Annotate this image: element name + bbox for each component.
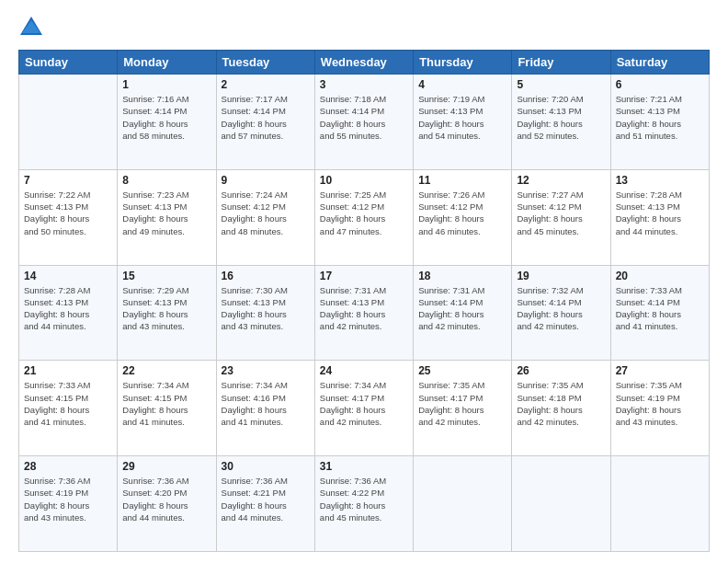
calendar-cell: 27Sunrise: 7:35 AM Sunset: 4:19 PM Dayli… <box>610 361 709 456</box>
calendar-cell <box>19 75 118 170</box>
day-number: 24 <box>320 364 408 377</box>
day-number: 27 <box>616 364 704 377</box>
day-info: Sunrise: 7:23 AM Sunset: 4:13 PM Dayligh… <box>122 189 210 237</box>
weekday-header-monday: Monday <box>118 51 216 75</box>
day-info: Sunrise: 7:30 AM Sunset: 4:13 PM Dayligh… <box>222 284 310 333</box>
day-number: 22 <box>122 364 210 377</box>
day-info: Sunrise: 7:35 AM Sunset: 4:18 PM Dayligh… <box>517 379 605 428</box>
weekday-header-thursday: Thursday <box>414 51 512 75</box>
day-info: Sunrise: 7:16 AM Sunset: 4:14 PM Dayligh… <box>122 93 210 142</box>
weekday-header-friday: Friday <box>512 51 610 75</box>
calendar-cell: 20Sunrise: 7:33 AM Sunset: 4:14 PM Dayli… <box>610 265 709 361</box>
calendar-cell: 30Sunrise: 7:36 AM Sunset: 4:21 PM Dayli… <box>216 456 314 552</box>
calendar-cell: 18Sunrise: 7:31 AM Sunset: 4:14 PM Dayli… <box>414 265 512 361</box>
day-number: 16 <box>222 270 310 282</box>
day-number: 19 <box>517 270 605 282</box>
day-info: Sunrise: 7:24 AM Sunset: 4:12 PM Dayligh… <box>222 189 310 237</box>
calendar-cell: 19Sunrise: 7:32 AM Sunset: 4:14 PM Dayli… <box>512 265 610 361</box>
weekday-header-row: SundayMondayTuesdayWednesdayThursdayFrid… <box>19 51 710 75</box>
day-number: 11 <box>418 174 506 187</box>
day-number: 5 <box>517 78 605 91</box>
day-info: Sunrise: 7:20 AM Sunset: 4:13 PM Dayligh… <box>517 93 605 142</box>
day-info: Sunrise: 7:21 AM Sunset: 4:13 PM Dayligh… <box>616 93 704 142</box>
day-info: Sunrise: 7:36 AM Sunset: 4:20 PM Dayligh… <box>122 475 210 523</box>
calendar-cell: 14Sunrise: 7:28 AM Sunset: 4:13 PM Dayli… <box>19 265 118 361</box>
day-info: Sunrise: 7:29 AM Sunset: 4:13 PM Dayligh… <box>122 284 210 333</box>
calendar-week-row: 14Sunrise: 7:28 AM Sunset: 4:13 PM Dayli… <box>19 265 710 361</box>
day-number: 9 <box>222 174 310 187</box>
day-number: 8 <box>122 174 210 187</box>
day-info: Sunrise: 7:35 AM Sunset: 4:17 PM Dayligh… <box>418 379 506 428</box>
calendar-cell: 1Sunrise: 7:16 AM Sunset: 4:14 PM Daylig… <box>118 75 216 170</box>
calendar-cell: 22Sunrise: 7:34 AM Sunset: 4:15 PM Dayli… <box>118 361 216 456</box>
calendar-cell: 7Sunrise: 7:22 AM Sunset: 4:13 PM Daylig… <box>19 169 118 265</box>
day-info: Sunrise: 7:36 AM Sunset: 4:22 PM Dayligh… <box>320 475 408 523</box>
calendar-cell: 12Sunrise: 7:27 AM Sunset: 4:12 PM Dayli… <box>512 169 610 265</box>
header <box>18 15 710 40</box>
day-info: Sunrise: 7:36 AM Sunset: 4:19 PM Dayligh… <box>24 475 112 523</box>
day-info: Sunrise: 7:33 AM Sunset: 4:15 PM Dayligh… <box>24 379 112 428</box>
calendar-table: SundayMondayTuesdayWednesdayThursdayFrid… <box>18 50 710 552</box>
calendar-cell: 26Sunrise: 7:35 AM Sunset: 4:18 PM Dayli… <box>512 361 610 456</box>
logo <box>18 15 48 40</box>
calendar-cell: 5Sunrise: 7:20 AM Sunset: 4:13 PM Daylig… <box>512 75 610 170</box>
day-info: Sunrise: 7:31 AM Sunset: 4:14 PM Dayligh… <box>418 284 506 333</box>
day-info: Sunrise: 7:34 AM Sunset: 4:16 PM Dayligh… <box>222 379 310 428</box>
day-info: Sunrise: 7:31 AM Sunset: 4:13 PM Dayligh… <box>320 284 408 333</box>
weekday-header-wednesday: Wednesday <box>314 51 413 75</box>
calendar-cell: 21Sunrise: 7:33 AM Sunset: 4:15 PM Dayli… <box>19 361 118 456</box>
calendar-cell: 23Sunrise: 7:34 AM Sunset: 4:16 PM Dayli… <box>216 361 314 456</box>
day-number: 10 <box>320 174 408 187</box>
calendar-cell: 28Sunrise: 7:36 AM Sunset: 4:19 PM Dayli… <box>19 456 118 552</box>
svg-marker-1 <box>22 20 40 33</box>
day-number: 29 <box>122 460 210 473</box>
day-info: Sunrise: 7:18 AM Sunset: 4:14 PM Dayligh… <box>320 93 408 142</box>
day-info: Sunrise: 7:32 AM Sunset: 4:14 PM Dayligh… <box>517 284 605 333</box>
day-number: 30 <box>222 460 310 473</box>
calendar-week-row: 21Sunrise: 7:33 AM Sunset: 4:15 PM Dayli… <box>19 361 710 456</box>
calendar-week-row: 1Sunrise: 7:16 AM Sunset: 4:14 PM Daylig… <box>19 75 710 170</box>
calendar-cell: 9Sunrise: 7:24 AM Sunset: 4:12 PM Daylig… <box>216 169 314 265</box>
day-number: 25 <box>418 364 506 377</box>
weekday-header-saturday: Saturday <box>610 51 709 75</box>
calendar-cell: 16Sunrise: 7:30 AM Sunset: 4:13 PM Dayli… <box>216 265 314 361</box>
calendar-week-row: 28Sunrise: 7:36 AM Sunset: 4:19 PM Dayli… <box>19 456 710 552</box>
page: SundayMondayTuesdayWednesdayThursdayFrid… <box>0 0 728 563</box>
day-info: Sunrise: 7:28 AM Sunset: 4:13 PM Dayligh… <box>616 189 704 237</box>
day-number: 1 <box>122 78 210 91</box>
day-number: 12 <box>517 174 605 187</box>
day-info: Sunrise: 7:33 AM Sunset: 4:14 PM Dayligh… <box>616 284 704 333</box>
day-info: Sunrise: 7:25 AM Sunset: 4:12 PM Dayligh… <box>320 189 408 237</box>
calendar-cell: 15Sunrise: 7:29 AM Sunset: 4:13 PM Dayli… <box>118 265 216 361</box>
calendar-cell: 25Sunrise: 7:35 AM Sunset: 4:17 PM Dayli… <box>414 361 512 456</box>
calendar-cell: 24Sunrise: 7:34 AM Sunset: 4:17 PM Dayli… <box>314 361 413 456</box>
calendar-cell: 2Sunrise: 7:17 AM Sunset: 4:14 PM Daylig… <box>216 75 314 170</box>
day-info: Sunrise: 7:26 AM Sunset: 4:12 PM Dayligh… <box>418 189 506 237</box>
day-number: 26 <box>517 364 605 377</box>
day-number: 31 <box>320 460 408 473</box>
day-number: 14 <box>24 270 112 282</box>
calendar-cell <box>610 456 709 552</box>
day-info: Sunrise: 7:34 AM Sunset: 4:17 PM Dayligh… <box>320 379 408 428</box>
day-number: 15 <box>122 270 210 282</box>
day-number: 3 <box>320 78 408 91</box>
day-info: Sunrise: 7:19 AM Sunset: 4:13 PM Dayligh… <box>418 93 506 142</box>
day-info: Sunrise: 7:22 AM Sunset: 4:13 PM Dayligh… <box>24 189 112 237</box>
calendar-cell: 13Sunrise: 7:28 AM Sunset: 4:13 PM Dayli… <box>610 169 709 265</box>
day-number: 18 <box>418 270 506 282</box>
day-number: 4 <box>418 78 506 91</box>
calendar-cell: 29Sunrise: 7:36 AM Sunset: 4:20 PM Dayli… <box>118 456 216 552</box>
calendar-cell: 11Sunrise: 7:26 AM Sunset: 4:12 PM Dayli… <box>414 169 512 265</box>
day-number: 7 <box>24 174 112 187</box>
calendar-cell <box>414 456 512 552</box>
day-info: Sunrise: 7:17 AM Sunset: 4:14 PM Dayligh… <box>222 93 310 142</box>
calendar-week-row: 7Sunrise: 7:22 AM Sunset: 4:13 PM Daylig… <box>19 169 710 265</box>
day-number: 21 <box>24 364 112 377</box>
day-info: Sunrise: 7:34 AM Sunset: 4:15 PM Dayligh… <box>122 379 210 428</box>
day-number: 17 <box>320 270 408 282</box>
day-info: Sunrise: 7:35 AM Sunset: 4:19 PM Dayligh… <box>616 379 704 428</box>
calendar-cell: 6Sunrise: 7:21 AM Sunset: 4:13 PM Daylig… <box>610 75 709 170</box>
calendar-cell <box>512 456 610 552</box>
day-info: Sunrise: 7:36 AM Sunset: 4:21 PM Dayligh… <box>222 475 310 523</box>
calendar-cell: 31Sunrise: 7:36 AM Sunset: 4:22 PM Dayli… <box>314 456 413 552</box>
